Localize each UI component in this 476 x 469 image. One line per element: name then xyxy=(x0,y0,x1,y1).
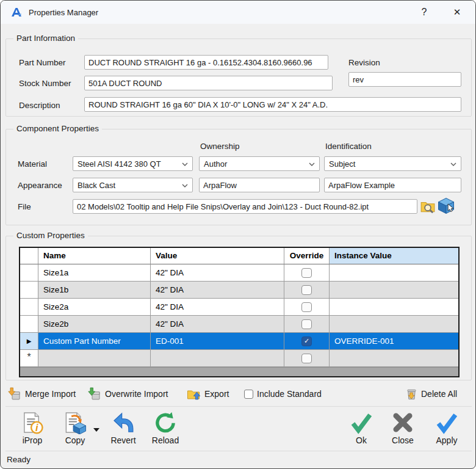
cell-name: Size1b xyxy=(38,282,151,299)
help-button[interactable]: ? xyxy=(411,1,438,24)
revision-input[interactable] xyxy=(348,72,461,87)
override-checkbox[interactable]: ✓ xyxy=(301,336,312,346)
iprop-button[interactable]: i iProp xyxy=(13,411,52,445)
identification-subject-input[interactable] xyxy=(324,178,461,192)
table-row[interactable]: Size1b42" DIA xyxy=(20,282,458,299)
cell-override: ✓ xyxy=(284,333,330,350)
header-name[interactable]: Name xyxy=(38,248,151,264)
cell-value xyxy=(151,350,284,367)
revision-label: Revision xyxy=(348,58,380,67)
cell-instance-value xyxy=(330,299,458,316)
overwrite-import-button[interactable]: Overwrite Import xyxy=(88,386,168,402)
ok-button[interactable]: Ok xyxy=(342,411,381,445)
file-label: File xyxy=(18,202,31,211)
reload-button[interactable]: Reload xyxy=(146,411,185,445)
delete-all-button[interactable]: Delete All xyxy=(405,386,457,402)
file-path-input[interactable] xyxy=(73,199,417,214)
description-label: Description xyxy=(19,101,60,110)
override-checkbox[interactable] xyxy=(301,268,312,278)
iprop-label: iProp xyxy=(23,435,43,445)
include-standard-checkbox-box[interactable] xyxy=(244,390,253,399)
identification-value: Subject xyxy=(329,159,355,169)
chevron-down-icon xyxy=(450,162,456,166)
browse-file-button[interactable] xyxy=(419,197,436,216)
header-instance-value[interactable]: Instance Value xyxy=(330,248,458,264)
override-checkbox[interactable] xyxy=(301,285,312,295)
appearance-dropdown[interactable]: Black Cast xyxy=(73,178,193,192)
cell-instance-value xyxy=(330,316,458,333)
table-row[interactable]: Size2a42" DIA xyxy=(20,299,458,316)
override-checkbox[interactable] xyxy=(301,302,312,312)
cell-value: 42" DIA xyxy=(151,264,284,282)
cell-value: 42" DIA xyxy=(151,299,284,316)
status-text: Ready xyxy=(7,455,31,464)
revert-icon xyxy=(112,411,135,434)
ok-label: Ok xyxy=(356,435,367,445)
row-selector-arrow: ▶ xyxy=(20,333,38,350)
cell-override xyxy=(284,282,330,299)
ownership-value: Author xyxy=(204,159,227,169)
row-selector xyxy=(20,264,38,282)
toolbar-divider xyxy=(5,406,472,407)
chevron-down-icon xyxy=(309,162,315,166)
material-label: Material xyxy=(18,159,47,169)
appearance-label: Appearance xyxy=(18,181,62,190)
part-information-group-label: Part Information xyxy=(13,34,78,43)
copy-dropdown-caret[interactable] xyxy=(93,428,99,432)
reload-label: Reload xyxy=(152,435,179,445)
table-row[interactable]: * xyxy=(20,350,458,367)
material-dropdown[interactable]: Steel AISI 4142 380 QT xyxy=(73,156,193,171)
row-selector xyxy=(20,316,38,333)
copy-button[interactable]: Copy xyxy=(56,411,95,445)
chevron-down-icon xyxy=(182,184,188,187)
cell-instance-value xyxy=(330,282,458,299)
part-number-input[interactable] xyxy=(84,55,328,70)
override-checkbox[interactable] xyxy=(301,354,312,363)
stock-number-label: Stock Number xyxy=(19,79,71,88)
table-row[interactable]: Size1a42" DIA xyxy=(20,264,458,282)
revert-button[interactable]: Revert xyxy=(104,411,143,445)
merge-import-button[interactable]: Merge Import xyxy=(8,386,76,402)
open-model-button[interactable] xyxy=(436,196,456,216)
table-horizontal-scrollbar[interactable] xyxy=(20,367,458,376)
overwrite-import-icon xyxy=(88,387,101,401)
export-label: Export xyxy=(204,389,229,399)
custom-properties-table: Name Value Override Instance Value Size1… xyxy=(19,247,460,377)
override-checkbox[interactable] xyxy=(301,319,312,329)
description-input[interactable] xyxy=(84,97,461,112)
identification-header: Identification xyxy=(325,142,372,151)
folder-search-icon xyxy=(420,198,436,214)
include-standard-label: Include Standard xyxy=(257,389,322,399)
identification-dropdown[interactable]: Subject xyxy=(324,156,461,171)
include-standard-checkbox[interactable]: Include Standard xyxy=(244,386,322,402)
revert-label: Revert xyxy=(110,435,135,445)
table-row[interactable]: ▶Custom Part NumberED-001✓OVERRIDE-001 xyxy=(20,333,458,350)
delete-all-label: Delete All xyxy=(421,389,457,399)
table-row[interactable]: Size2b42" DIA xyxy=(20,316,458,333)
stock-number-input[interactable] xyxy=(84,76,333,90)
status-divider xyxy=(5,451,472,451)
cell-instance-value xyxy=(330,350,458,367)
apply-button[interactable]: Apply xyxy=(427,411,466,445)
apply-label: Apply xyxy=(436,435,457,445)
appearance-value: Black Cast xyxy=(78,181,115,190)
cell-name: Custom Part Number xyxy=(38,333,151,350)
window-close-button[interactable]: ✕ xyxy=(444,1,471,24)
ownership-author-input[interactable] xyxy=(199,178,320,192)
table-header-row: Name Value Override Instance Value xyxy=(20,248,458,264)
header-value[interactable]: Value xyxy=(151,248,284,264)
cell-name: Size2b xyxy=(38,316,151,333)
properties-manager-dialog: Properties Manager ? ✕ Part Information … xyxy=(0,0,476,469)
copy-icon xyxy=(63,411,87,434)
header-override[interactable]: Override xyxy=(284,248,330,264)
ownership-dropdown[interactable]: Author xyxy=(199,156,320,171)
cell-override xyxy=(284,350,330,367)
component-properties-group-label: Component Properties xyxy=(13,124,102,133)
merge-import-icon xyxy=(8,387,21,401)
delete-all-icon xyxy=(405,387,417,401)
iprop-icon: i xyxy=(21,411,44,434)
cell-value: 42" DIA xyxy=(151,282,284,299)
close-button[interactable]: Close xyxy=(383,411,422,445)
title-bar: Properties Manager ? ✕ xyxy=(1,1,475,24)
export-button[interactable]: Export xyxy=(187,386,229,402)
